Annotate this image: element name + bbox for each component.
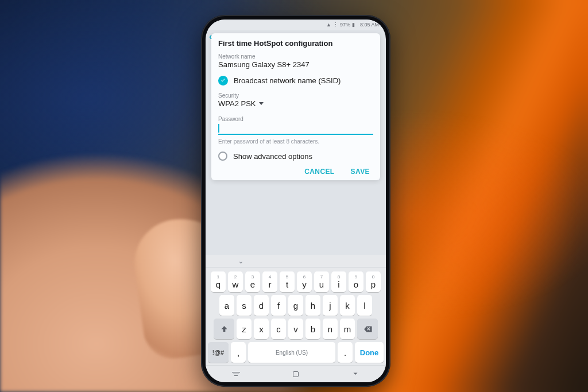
- battery-icon: ▮: [352, 22, 355, 28]
- phone-screen: ▲ ⋮ 97% ▮ 8:05 AM ‹ First time HotSpot c…: [206, 20, 386, 382]
- home-button[interactable]: [293, 371, 299, 377]
- done-key[interactable]: Done: [355, 342, 384, 363]
- back-button[interactable]: ‹: [209, 32, 212, 42]
- advanced-options-row[interactable]: Show advanced options: [218, 152, 373, 161]
- chevron-down-icon[interactable]: ⌄: [238, 257, 244, 265]
- key-c[interactable]: c: [271, 319, 286, 339]
- key-h[interactable]: h: [305, 295, 320, 316]
- key-y[interactable]: 6y: [297, 271, 312, 292]
- network-name-label: Network name: [218, 53, 373, 60]
- key-e[interactable]: 3e: [245, 271, 260, 292]
- key-f[interactable]: f: [271, 295, 286, 316]
- signal-icon: ▲: [326, 22, 331, 28]
- key-w[interactable]: 2w: [228, 271, 243, 292]
- key-k[interactable]: k: [340, 295, 355, 316]
- key-s[interactable]: s: [237, 295, 252, 316]
- save-button[interactable]: SAVE: [351, 168, 370, 176]
- advanced-options-label: Show advanced options: [233, 152, 312, 161]
- key-p[interactable]: 0p: [366, 271, 381, 292]
- key-x[interactable]: x: [254, 319, 269, 339]
- key-l[interactable]: l: [357, 295, 372, 316]
- dialog-title: First time HotSpot configuration: [218, 39, 373, 48]
- status-bar: ▲ ⋮ 97% ▮ 8:05 AM: [206, 20, 386, 30]
- key-z[interactable]: z: [237, 319, 252, 339]
- suggestion-bar[interactable]: ⌄: [206, 255, 386, 267]
- clock-text: 8:05 AM: [360, 22, 379, 28]
- on-screen-keyboard: ⌄ 1q2w3e4r5t6y7u8i9o0p asdfghjkl zxcvbnm…: [206, 255, 386, 365]
- password-input[interactable]: [218, 123, 373, 135]
- period-key[interactable]: .: [338, 342, 353, 363]
- recents-button[interactable]: [232, 372, 240, 377]
- key-i[interactable]: 8i: [331, 271, 346, 292]
- key-o[interactable]: 9o: [349, 271, 363, 292]
- radio-unchecked-icon: [218, 152, 227, 161]
- symbols-key[interactable]: !@#: [208, 342, 229, 363]
- key-g[interactable]: g: [288, 295, 303, 316]
- backspace-key[interactable]: [357, 319, 378, 339]
- battery-text: 97%: [340, 22, 350, 28]
- key-b[interactable]: b: [305, 319, 320, 339]
- broadcast-ssid-row[interactable]: Broadcast network name (SSID): [218, 76, 373, 86]
- hotspot-config-dialog: First time HotSpot configuration Network…: [211, 33, 380, 180]
- password-label: Password: [218, 116, 373, 122]
- key-r[interactable]: 4r: [262, 271, 277, 292]
- cancel-button[interactable]: CANCEL: [304, 168, 334, 176]
- key-n[interactable]: n: [323, 319, 338, 339]
- broadcast-ssid-label: Broadcast network name (SSID): [234, 76, 341, 85]
- phone-body: ▲ ⋮ 97% ▮ 8:05 AM ‹ First time HotSpot c…: [201, 15, 390, 387]
- key-m[interactable]: m: [340, 319, 355, 339]
- text-cursor: [218, 124, 219, 133]
- shift-key[interactable]: [214, 319, 234, 339]
- key-t[interactable]: 5t: [280, 271, 295, 292]
- chevron-down-icon: [259, 102, 264, 105]
- key-u[interactable]: 7u: [314, 271, 329, 292]
- key-a[interactable]: a: [219, 295, 234, 316]
- keyboard-hide-button[interactable]: [351, 369, 359, 379]
- password-hint: Enter password of at least 8 characters.: [218, 138, 373, 145]
- key-v[interactable]: v: [288, 319, 303, 339]
- check-circle-icon: [218, 76, 228, 86]
- comma-key[interactable]: ,: [231, 342, 246, 363]
- security-dropdown[interactable]: WPA2 PSK: [218, 99, 373, 108]
- security-label: Security: [218, 92, 373, 99]
- network-name-field[interactable]: Samsung Galaxy S8+ 2347: [218, 60, 373, 69]
- nav-bar: [206, 365, 386, 382]
- spacebar-key[interactable]: English (US): [248, 342, 335, 363]
- security-value: WPA2 PSK: [218, 99, 256, 108]
- key-d[interactable]: d: [254, 295, 269, 316]
- wifi-icon: ⋮: [333, 22, 338, 28]
- key-q[interactable]: 1q: [211, 271, 226, 292]
- key-j[interactable]: j: [323, 295, 338, 316]
